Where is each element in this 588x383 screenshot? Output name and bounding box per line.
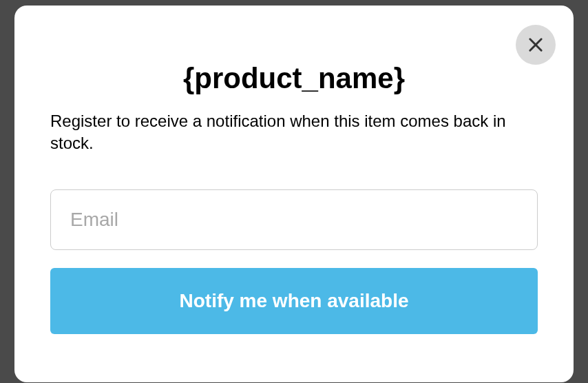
modal-description: Register to receive a notification when … xyxy=(50,110,538,155)
email-field[interactable] xyxy=(50,189,538,250)
notify-button[interactable]: Notify me when available xyxy=(50,268,538,334)
close-icon xyxy=(526,35,545,54)
modal-title: {product_name} xyxy=(50,62,538,95)
notify-modal: {product_name} Register to receive a not… xyxy=(14,6,574,382)
close-button[interactable] xyxy=(516,25,556,65)
